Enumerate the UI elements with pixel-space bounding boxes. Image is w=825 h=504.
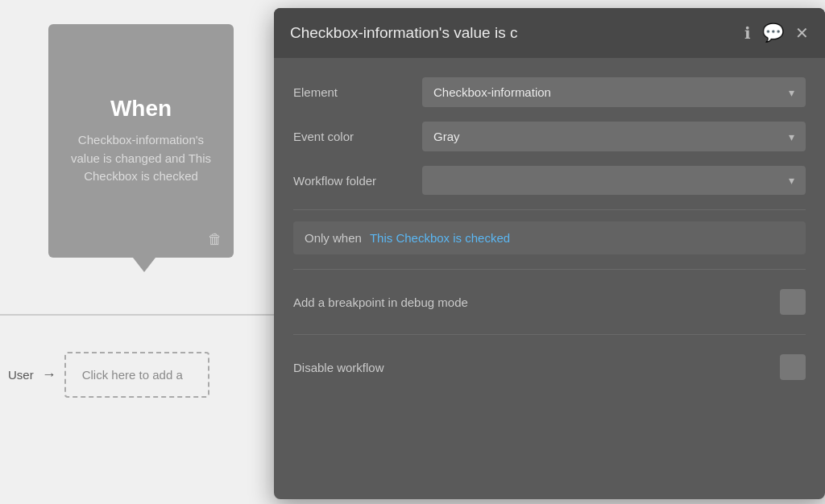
only-when-value[interactable]: This Checkbox is checked [370, 231, 510, 245]
modal-title: Checkbox-information's value is c [290, 24, 517, 42]
breakpoint-toggle-row: Add a breakpoint in debug mode [293, 281, 806, 323]
disable-workflow-toggle[interactable] [780, 354, 806, 380]
comment-icon[interactable]: 💬 [762, 23, 784, 43]
workflow-folder-select-arrow: ▾ [789, 174, 794, 187]
when-block: When Checkbox-information's value is cha… [48, 24, 234, 258]
info-icon[interactable]: ℹ [744, 23, 751, 43]
event-color-label: Event color [293, 130, 422, 143]
when-block-description: Checkbox-information's value is changed … [64, 131, 218, 186]
flow-arrow-icon: → [42, 366, 56, 383]
disable-workflow-label: Disable workflow [293, 361, 384, 374]
breakpoint-toggle[interactable] [780, 289, 806, 315]
element-row: Element Checkbox-information ▾ [293, 77, 806, 107]
divider [293, 209, 806, 210]
breakpoint-label: Add a breakpoint in debug mode [293, 295, 468, 309]
separator-line [0, 314, 290, 316]
disable-workflow-toggle-row: Disable workflow [293, 346, 806, 388]
delete-icon[interactable]: 🗑 [208, 231, 222, 248]
divider-3 [293, 334, 806, 335]
modal-header: Checkbox-information's value is c ℹ 💬 ✕ [274, 8, 825, 58]
modal-body: Element Checkbox-information ▾ Event col… [274, 58, 825, 419]
event-color-select-value: Gray [433, 130, 460, 143]
connector-triangle [133, 258, 155, 272]
event-color-row: Event color Gray ▾ [293, 122, 806, 151]
only-when-row[interactable]: Only when This Checkbox is checked [293, 221, 806, 254]
only-when-label: Only when [305, 231, 362, 245]
divider-2 [293, 269, 806, 270]
close-icon[interactable]: ✕ [795, 23, 809, 43]
element-label: Element [293, 85, 422, 99]
element-select-arrow: ▾ [789, 86, 794, 99]
workflow-folder-select[interactable]: ▾ [422, 166, 806, 195]
modal-header-icons: ℹ 💬 ✕ [744, 23, 809, 43]
workflow-folder-label: Workflow folder [293, 174, 422, 188]
bottom-row: User → Click here to add a [0, 330, 290, 419]
when-block-title: When [110, 96, 172, 122]
element-select-value: Checkbox-information [433, 85, 551, 99]
click-add-box[interactable]: Click here to add a [64, 352, 209, 398]
user-label: User [8, 368, 34, 382]
event-color-select[interactable]: Gray ▾ [422, 122, 806, 151]
modal-panel: Checkbox-information's value is c ℹ 💬 ✕ … [274, 8, 825, 499]
workflow-folder-row: Workflow folder ▾ [293, 166, 806, 195]
element-select[interactable]: Checkbox-information ▾ [422, 77, 806, 107]
event-color-select-arrow: ▾ [789, 130, 794, 143]
